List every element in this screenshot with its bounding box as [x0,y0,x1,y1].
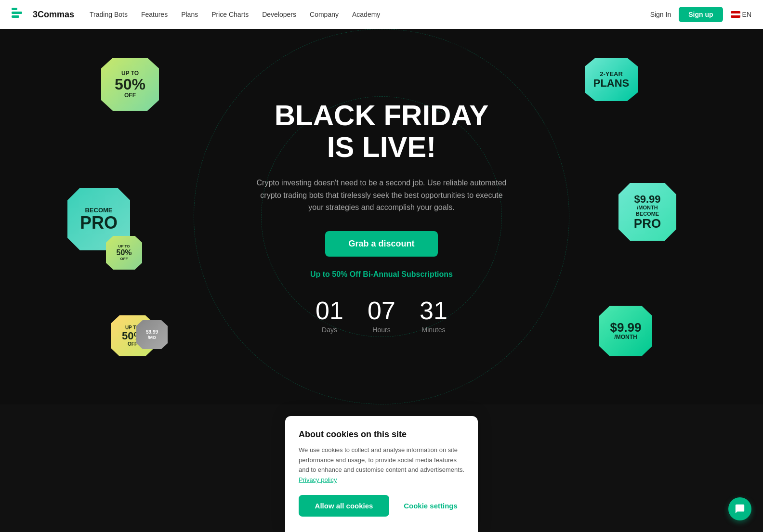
badge-top-right: 2-YEAR PLANS [585,58,638,101]
flag-icon [731,11,740,18]
lang-label: EN [742,11,751,18]
countdown-minutes: 31 Minutes [409,298,458,334]
logo-bar-3 [12,15,19,18]
nav-link-plans[interactable]: Plans [181,11,198,18]
hero-subtitle: Crypto investing doesn't need to be a se… [256,177,507,214]
nav-link-academy[interactable]: Academy [352,11,380,18]
navbar: 3Commas Trading Bots Features Plans Pric… [0,0,763,29]
lang-selector[interactable]: EN [731,11,751,18]
logo-bar-1 [12,8,17,10]
countdown-hours: 07 Hours [357,298,406,334]
nav-link-price-charts[interactable]: Price Charts [211,11,249,18]
nav-link-trading-bots[interactable]: Trading Bots [90,11,128,18]
nav-link-company[interactable]: Company [310,11,339,18]
badge-top-left: UP TO 50% OFF [101,58,159,111]
cookie-title: About cookies on this site [299,429,464,440]
signin-button[interactable]: Sign In [650,11,671,18]
logo-bar-2 [12,12,22,14]
hero-content: BLACK FRIDAY IS LIVE! Crypto investing d… [247,80,516,353]
countdown: 01 Days 07 Hours 31 Minutes [256,298,507,334]
cookie-banner: About cookies on this site We use cookie… [285,416,478,474]
badge-bottom-left-small: $9.99 /MO [136,320,168,349]
badge-bottom-right: $9.99 /MONTH [599,306,652,356]
badge-mid-left-small: UP TO 50% OFF [106,236,142,270]
hero-offer-text: Up to 50% Off Bi-Annual Subscriptions [256,270,507,279]
nav-link-features[interactable]: Features [141,11,168,18]
hero-title: BLACK FRIDAY IS LIVE! [256,100,507,163]
countdown-days: 01 Days [305,298,354,334]
nav-link-developers[interactable]: Developers [262,11,296,18]
nav-actions: Sign In Sign up EN [650,7,751,22]
badge-mid-right: $9.99 /MONTH BECOME PRO [618,183,676,241]
cookie-body: We use cookies to collect and analyse in… [299,445,464,474]
logo-text: 3Commas [33,10,74,20]
logo-icon [12,8,29,21]
hero-section: UP TO 50% OFF 2-YEAR PLANS BECOME PRO UP… [0,29,763,404]
logo[interactable]: 3Commas [12,8,74,21]
signup-button[interactable]: Sign up [679,7,723,22]
grab-discount-button[interactable]: Grab a discount [325,231,437,257]
nav-links: Trading Bots Features Plans Price Charts… [90,11,650,18]
